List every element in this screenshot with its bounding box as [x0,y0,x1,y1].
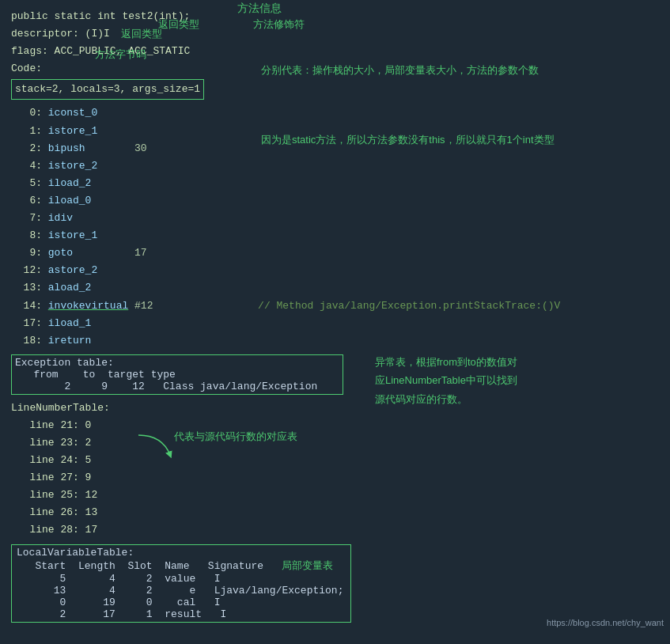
localvar-row-4: 2 17 1 result I [17,608,346,620]
descriptor-line: descriptor: (I)I [11,25,110,43]
instr-9: 9: goto 17 [11,244,659,262]
ln-26: line 26: 13 [11,504,659,521]
stack-line: stack=2, locals=3, args_size=1 [11,79,204,100]
annotation-method-info: 方法信息 [237,2,282,16]
instr-13: 13: aload_2 [11,279,659,297]
annotation-return-type-label: 返回类型 [158,17,199,32]
linenumber-header: LineNumberTable: [11,400,659,417]
annotation-stack-desc: 分别代表：操作栈的大小，局部变量表大小，方法的参数个数 [261,63,539,78]
instr-12: 12: astore_2 [11,262,659,279]
ln-28: line 28: 17 [11,521,659,539]
instr-4: 4: istore_2 [11,157,659,175]
annotation-static-desc: 因为是static方法，所以方法参数没有this，所以就只有1个int类型 [261,133,555,147]
watermark: https://blog.csdn.net/chy_want [547,618,664,627]
ln-23: line 23: 2 [11,434,659,452]
ln-24: line 24: 5 [11,452,659,469]
ln-25: line 25: 12 [11,487,659,504]
annotation-linenumber: 代表与源代码行数的对应表 [174,430,297,444]
instr-14: 14: invokevirtual #12 // Method java/lan… [11,297,659,315]
exception-header: Exception table: [15,357,339,369]
exception-row: 2 9 12 Class java/lang/Exception [15,381,339,392]
instr-6: 6: iload_0 [11,192,659,210]
instr-18: 18: ireturn [11,332,659,350]
exception-cols: from to target type [15,369,339,381]
ln-27: line 27: 9 [11,469,659,487]
annotation-method-modifier: 方法修饰符 [253,17,305,32]
header-line: public static int test2(int); [11,8,659,25]
instr-0: 0: iconst_0 [11,104,659,122]
annotation-exception-desc: 异常表，根据from到to的数值对 应LineNumberTable中可以找到 … [375,353,517,408]
localvar-row-1: 5 4 2 value I [17,573,346,585]
ln-21: line 21: 0 [11,417,659,434]
localvar-header: LocalVariableTable: [17,547,346,559]
local-var-box: LocalVariableTable: Start Length Slot Na… [11,544,351,623]
annotation-return-type: 返回类型 [121,25,162,43]
instr-5: 5: iload_2 [11,175,659,192]
instr-7: 7: idiv [11,210,659,227]
localvar-row-3: 0 19 0 cal I [17,597,346,608]
instr-8: 8: istore_1 [11,227,659,244]
localvar-cols: Start Length Slot Name Signature 局部变量表 [17,559,346,573]
annotation-method-bytecode: 方法字节码 [95,47,146,62]
localvar-row-2: 13 4 2 e Ljava/lang/Exception; [17,585,346,597]
instr-17: 17: iload_1 [11,315,659,332]
exception-table-box: Exception table: from to target type 2 9… [11,354,343,395]
